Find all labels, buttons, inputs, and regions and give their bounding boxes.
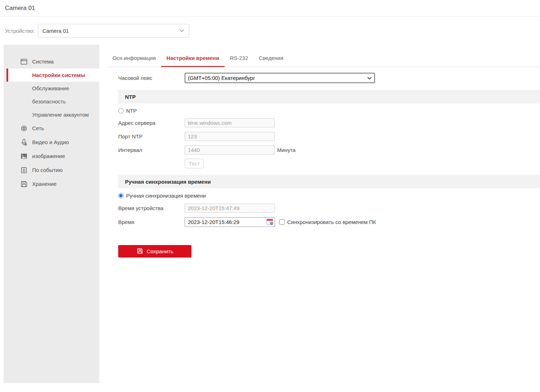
- sidebar-item-label: Управление аккаунтом: [32, 112, 89, 118]
- sidebar-item-maintenance[interactable]: Обслуживание: [4, 82, 99, 95]
- sidebar-item-label: По событию: [32, 167, 62, 173]
- content-panel: Осн.информация Настройки времени RS-232 …: [107, 45, 540, 258]
- sidebar: Система Настройки системы Обслуживание б…: [4, 45, 99, 383]
- tab-details[interactable]: Сведения: [253, 45, 289, 67]
- save-button-label: Сохранить: [147, 248, 174, 254]
- sidebar-item-account-management[interactable]: Управление аккаунтом: [4, 108, 99, 121]
- system-window-icon: [20, 58, 28, 66]
- manual-sync-section-header: Ручная синхронизация времени: [118, 175, 540, 188]
- test-button[interactable]: Тест: [185, 159, 204, 168]
- device-label: Устройство:: [5, 28, 35, 34]
- sidebar-item-label: безопасность: [32, 98, 66, 105]
- manual-sync-radio-label: Ручная синхронизация времени: [126, 193, 206, 199]
- ntp-radio-row: NTP: [118, 108, 540, 114]
- ntp-section-header: NTP: [118, 90, 540, 103]
- sidebar-item-label: Хранение: [32, 181, 56, 187]
- time-label: Время: [118, 219, 185, 225]
- sidebar-item-label: Видео и Аудио: [32, 139, 69, 145]
- sidebar-item-event[interactable]: По событию: [4, 163, 99, 177]
- interval-input[interactable]: [185, 146, 275, 154]
- sidebar-item-label: Система: [32, 58, 54, 65]
- microphone-icon: [20, 138, 28, 146]
- save-floppy-icon: [136, 248, 143, 255]
- calendar-clock-icon[interactable]: [266, 218, 274, 226]
- page-title: Camera 01: [5, 5, 35, 12]
- tab-basic-info[interactable]: Осн.информация: [107, 45, 161, 67]
- sidebar-item-image[interactable]: изображение: [4, 149, 99, 163]
- ntp-port-input[interactable]: [185, 132, 275, 141]
- sidebar-item-storage[interactable]: Хранение: [4, 177, 99, 191]
- time-input[interactable]: [185, 217, 275, 227]
- ntp-radio[interactable]: [118, 108, 124, 113]
- timezone-label: Часовой пояс: [118, 75, 185, 81]
- manual-sync-radio-row: Ручная синхронизация времени: [118, 193, 540, 199]
- interval-label: Интервал: [118, 147, 185, 153]
- interval-unit-label: Минута: [277, 147, 296, 153]
- sidebar-item-label: Сеть: [32, 125, 44, 131]
- ntp-port-label: Порт NTP: [118, 133, 185, 139]
- device-select[interactable]: Camera 01: [38, 24, 189, 37]
- globe-icon: [20, 124, 28, 132]
- app-window: Camera 01 Устройство: Camera 01 Система …: [0, 0, 540, 392]
- sidebar-item-system[interactable]: Система: [4, 55, 99, 68]
- ntp-radio-label: NTP: [126, 108, 137, 114]
- event-notepad-icon: [20, 166, 28, 174]
- manual-sync-radio[interactable]: [118, 193, 124, 198]
- device-time-label: Время устройства: [118, 205, 185, 211]
- sidebar-item-label: изображение: [32, 153, 65, 159]
- server-address-label: Адрес сервера: [118, 120, 185, 126]
- save-button[interactable]: Сохранить: [118, 245, 191, 258]
- time-settings-form: Часовой пояс (GMT+05:00) Екатеринбург NT…: [107, 73, 540, 258]
- sync-pc-checkbox[interactable]: [279, 219, 285, 225]
- sidebar-item-label: Настройки системы: [32, 72, 85, 78]
- sync-pc-row: Синхронизировать со временем ПК: [279, 219, 376, 225]
- sync-pc-label: Синхронизировать со временем ПК: [287, 219, 376, 225]
- header-divider: [0, 16, 540, 17]
- tab-bar: Осн.информация Настройки времени RS-232 …: [107, 45, 540, 67]
- sidebar-item-security[interactable]: безопасность: [4, 95, 99, 108]
- image-icon: [20, 152, 28, 160]
- time-input-wrap: [185, 217, 275, 227]
- timezone-select[interactable]: (GMT+05:00) Екатеринбург: [185, 73, 375, 83]
- device-time-input[interactable]: [185, 204, 275, 213]
- sidebar-item-label: Обслуживание: [32, 85, 69, 91]
- floppy-disk-icon: [20, 180, 28, 188]
- sidebar-item-video-audio[interactable]: Видео и Аудио: [4, 135, 99, 149]
- sidebar-item-system-settings[interactable]: Настройки системы: [6, 68, 99, 82]
- sidebar-item-network[interactable]: Сеть: [4, 121, 99, 135]
- tab-time-settings[interactable]: Настройки времени: [161, 45, 225, 67]
- device-selector-row: Устройство: Camera 01: [5, 24, 189, 37]
- server-address-input[interactable]: [185, 118, 275, 127]
- tab-rs232[interactable]: RS-232: [225, 45, 254, 67]
